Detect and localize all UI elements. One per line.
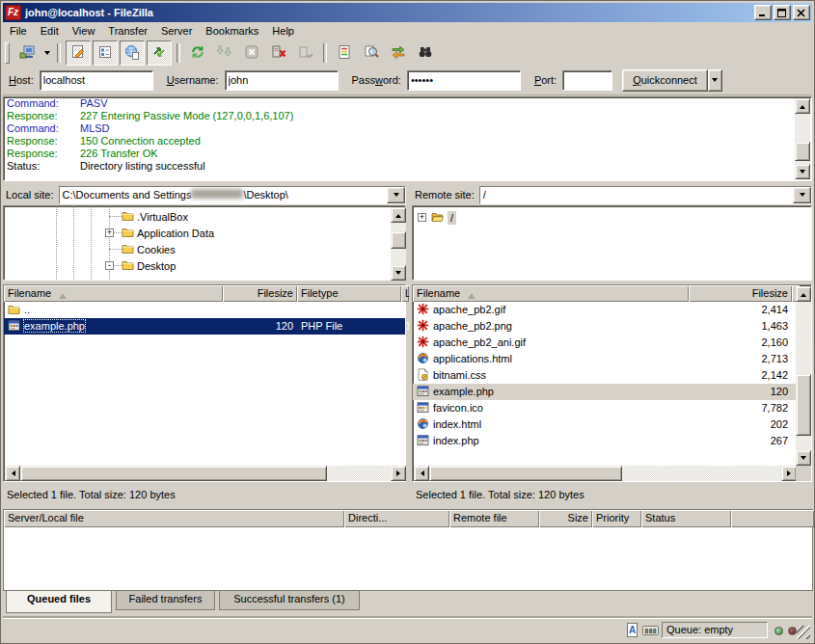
scroll-left-button[interactable] [414, 466, 429, 481]
file-filesize-cell: 7,782 [689, 400, 792, 416]
toolbar-grip[interactable] [5, 42, 10, 64]
site-manager-button[interactable] [14, 40, 40, 66]
file-row-index-html[interactable]: index.html202 [413, 416, 796, 433]
remote-tree-toggle-icon [124, 44, 140, 62]
remote-site-dropdown-icon[interactable] [793, 187, 811, 203]
file-row-apache-pb2-ani-gif[interactable]: apache_pb2_ani.gif2,160 [413, 335, 796, 351]
maximize-button[interactable] [774, 5, 791, 20]
file-row-apache-pb2-png[interactable]: apache_pb2.png1,463 [413, 318, 796, 335]
quickconnect-dropdown-button[interactable] [708, 69, 722, 92]
local-file-list[interactable]: FilenameFilesizeFiletypeL..example.php12… [3, 284, 406, 482]
scroll-left-button[interactable] [5, 466, 20, 481]
transfer-queue[interactable]: Server/Local fileDirecti...Remote fileSi… [3, 509, 813, 591]
column-header-filename[interactable]: Filename [413, 285, 689, 302]
expand-icon[interactable]: + [418, 213, 426, 222]
toggle-local-tree-button[interactable] [93, 40, 118, 66]
file-row-applications-html[interactable]: applications.html2,713 [413, 351, 796, 367]
scroll-down-button[interactable] [391, 265, 406, 281]
scrollbar-thumb[interactable] [796, 374, 811, 436]
menu-edit[interactable]: Edit [34, 23, 66, 39]
refresh-button[interactable] [185, 40, 210, 66]
local-site-combo[interactable]: C:\Documents and Settings\Desktop\ [59, 186, 406, 204]
tree-item-root[interactable]: / [431, 209, 456, 226]
menu-transfer[interactable]: Transfer [101, 23, 154, 39]
tree-item-cookies[interactable]: Cookies [122, 241, 176, 257]
file-row-index-php[interactable]: index.php267 [413, 433, 796, 449]
queue-column-size[interactable]: Size [539, 510, 592, 527]
compare-button[interactable] [359, 40, 384, 66]
password-input[interactable] [408, 71, 520, 90]
scroll-up-button[interactable] [391, 207, 406, 223]
toggle-remote-tree-button[interactable] [120, 40, 145, 66]
tree-item-desktop[interactable]: Desktop [122, 257, 176, 274]
sync-browse-button[interactable] [386, 40, 411, 66]
scroll-up-button[interactable] [796, 286, 811, 302]
scrollbar-thumb[interactable] [795, 142, 810, 161]
file-row-example-php[interactable]: example.php120PHP File1 [4, 318, 405, 335]
column-header-filesize[interactable]: Filesize [223, 285, 297, 302]
queue-column-server-local-file[interactable]: Server/Local file [4, 510, 344, 527]
remote-file-list[interactable]: FilenameFilesizeapache_pb2.gif2,414apach… [412, 284, 812, 482]
remote-directory-tree[interactable]: +/ [412, 205, 812, 281]
disconnect-button[interactable] [266, 40, 291, 66]
minimize-button[interactable] [754, 5, 772, 20]
scroll-right-button[interactable] [781, 466, 797, 481]
expand-icon[interactable]: + [105, 228, 114, 237]
reconnect-button[interactable] [293, 40, 318, 66]
file-row-favicon-ico[interactable]: favicon.ico7,782 [413, 400, 796, 416]
host-input[interactable] [41, 71, 152, 90]
column-header-filetype[interactable]: Filetype [297, 285, 401, 302]
cancel-button[interactable] [239, 40, 264, 66]
tab-queued-files[interactable]: Queued files [6, 591, 112, 613]
file-name-cell: example.php [4, 318, 223, 335]
close-button[interactable] [793, 5, 810, 20]
local-directory-tree[interactable]: .VirtualBox+Application DataCookies-Desk… [3, 205, 406, 281]
scroll-up-button[interactable] [795, 98, 810, 114]
scrollbar-thumb[interactable] [429, 466, 622, 481]
column-header-filename[interactable]: Filename [4, 285, 223, 302]
scroll-right-button[interactable] [391, 466, 406, 481]
file-row-bitnami-css[interactable]: bitnami.css2,142 [413, 367, 796, 384]
queue-column-remote-file[interactable]: Remote file [449, 510, 539, 527]
cancel-icon [244, 44, 259, 62]
quickconnect-button[interactable]: Quickconnect [622, 69, 708, 92]
menu-server[interactable]: Server [154, 23, 199, 39]
tree-item--virtualbox[interactable]: .VirtualBox [122, 208, 188, 225]
filter-button[interactable] [332, 40, 357, 66]
queue-column-status[interactable]: Status [641, 510, 731, 527]
menu-view[interactable]: View [66, 23, 102, 39]
queue-column-priority[interactable]: Priority [592, 510, 641, 527]
tab-failed-transfers[interactable]: Failed transfers [116, 591, 215, 610]
scrollbar-thumb[interactable] [20, 466, 327, 481]
toggle-message-log-button[interactable] [66, 40, 91, 66]
html-icon [417, 352, 430, 364]
scroll-down-button[interactable] [795, 164, 810, 179]
remote-site-combo[interactable]: / [479, 186, 812, 204]
queue-column-directi-[interactable]: Directi... [344, 510, 449, 527]
file-row--[interactable]: .. [4, 302, 405, 318]
site-manager-dropdown-button[interactable] [41, 42, 53, 64]
queue-toggle-icon [151, 44, 167, 62]
queue-column-filler[interactable] [731, 510, 814, 527]
username-input[interactable] [226, 71, 338, 90]
tree-item-application-data[interactable]: Application Data [122, 225, 214, 241]
title-bar[interactable]: Fz john@localhost - FileZilla [3, 3, 812, 22]
column-header-l[interactable]: L [401, 285, 409, 302]
local-site-dropdown-icon[interactable] [387, 187, 405, 203]
column-header-filesize[interactable]: Filesize [689, 285, 792, 302]
process-queue-button[interactable] [212, 40, 237, 66]
resize-grip[interactable] [797, 626, 810, 639]
menu-help[interactable]: Help [265, 23, 301, 39]
menu-bookmarks[interactable]: Bookmarks [199, 23, 265, 39]
menu-file[interactable]: File [3, 23, 34, 39]
toggle-queue-button[interactable] [147, 40, 172, 66]
collapse-icon[interactable]: - [105, 261, 114, 270]
scroll-down-button[interactable] [796, 450, 811, 466]
file-row-apache-pb2-gif[interactable]: apache_pb2.gif2,414 [413, 302, 796, 318]
port-input[interactable] [563, 71, 611, 90]
find-files-button[interactable] [413, 40, 438, 66]
tab-successful-transfers-1-[interactable]: Successful transfers (1) [219, 591, 360, 610]
scrollbar-thumb[interactable] [391, 231, 406, 249]
file-name-cell: index.html [413, 416, 689, 433]
file-row-example-php[interactable]: example.php120 [413, 384, 796, 400]
